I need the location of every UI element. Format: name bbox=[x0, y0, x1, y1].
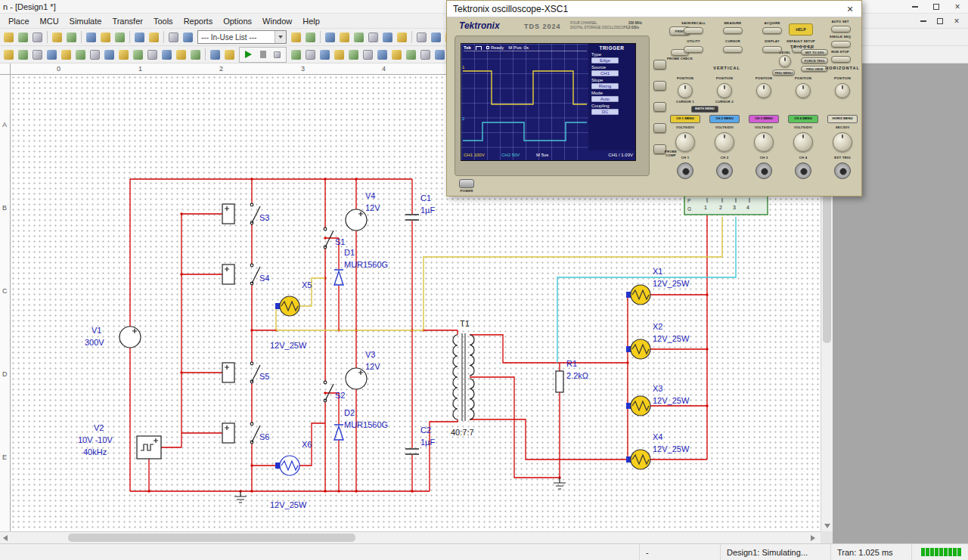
menu-window[interactable]: Window bbox=[257, 15, 297, 27]
grid-icon[interactable] bbox=[323, 30, 337, 45]
bus-icon[interactable] bbox=[222, 48, 237, 62]
force-trig-button[interactable]: FORCE TRIG bbox=[801, 57, 828, 63]
postprocessor-icon[interactable] bbox=[429, 30, 443, 45]
save-recall-button[interactable] bbox=[684, 27, 703, 34]
ch2-bnc-connector[interactable] bbox=[716, 162, 733, 179]
zoom-in-icon[interactable] bbox=[166, 30, 181, 45]
ch3-volts-div-knob[interactable] bbox=[754, 132, 774, 152]
restore-icon[interactable] bbox=[926, 0, 947, 13]
child-restore-icon[interactable] bbox=[932, 15, 948, 26]
horizontal-scrollbar[interactable] bbox=[0, 531, 821, 543]
place-basic-icon[interactable] bbox=[16, 48, 30, 62]
trigger-level-knob[interactable] bbox=[779, 55, 791, 67]
cursor-button[interactable] bbox=[723, 46, 743, 53]
ch4-menu-button[interactable]: CH 4 MENU bbox=[788, 115, 818, 123]
pause-simulation-button[interactable] bbox=[256, 48, 270, 62]
place-misc-icon[interactable] bbox=[160, 48, 174, 62]
iv-analyzer-icon[interactable] bbox=[433, 48, 447, 62]
zoom-full-icon[interactable] bbox=[303, 30, 318, 45]
paste-icon[interactable] bbox=[113, 30, 127, 45]
logic-analyzer-icon[interactable] bbox=[404, 48, 418, 62]
zoom-page-icon[interactable] bbox=[289, 30, 303, 45]
ch3-position-knob[interactable] bbox=[756, 83, 771, 98]
wire-icon[interactable] bbox=[208, 48, 222, 62]
soft-button-3[interactable] bbox=[653, 102, 666, 112]
menu-tools[interactable]: Tools bbox=[148, 15, 178, 27]
ch4-volts-div-knob[interactable] bbox=[793, 132, 813, 152]
print-preview-icon[interactable] bbox=[64, 30, 79, 45]
soft-button-1[interactable] bbox=[653, 60, 666, 70]
frequency-counter-icon[interactable] bbox=[375, 48, 389, 62]
trig-menu-button[interactable]: TRIG MENU bbox=[772, 70, 795, 76]
redo-icon[interactable] bbox=[147, 30, 161, 45]
power-button[interactable] bbox=[459, 179, 474, 188]
single-seq-button[interactable] bbox=[831, 41, 851, 48]
scroll-right-icon[interactable] bbox=[811, 535, 815, 541]
menu-help[interactable]: Help bbox=[297, 15, 325, 27]
place-diode-icon[interactable] bbox=[30, 48, 45, 62]
measure-button[interactable] bbox=[723, 27, 743, 34]
trigger-mode-value[interactable]: Auto bbox=[591, 96, 619, 102]
ch3-menu-button[interactable]: CH 3 MENU bbox=[749, 115, 779, 123]
database-icon[interactable] bbox=[380, 30, 395, 45]
menu-options[interactable]: Options bbox=[218, 15, 257, 27]
new-icon[interactable] bbox=[2, 30, 16, 45]
undo-icon[interactable] bbox=[132, 30, 147, 45]
design-toolbox-icon[interactable] bbox=[352, 30, 366, 45]
ch1-bnc-connector[interactable] bbox=[677, 162, 693, 179]
menu-simulate[interactable]: Simulate bbox=[64, 15, 107, 27]
stop-simulation-button[interactable] bbox=[270, 48, 284, 62]
place-rf-icon[interactable] bbox=[174, 48, 188, 62]
wattmeter-icon[interactable] bbox=[318, 48, 332, 62]
ext-trig-bnc-connector[interactable] bbox=[834, 162, 851, 179]
multimeter-icon[interactable] bbox=[289, 48, 303, 62]
place-ttl-icon[interactable] bbox=[73, 48, 88, 62]
ch2-menu-button[interactable]: CH 2 MENU bbox=[709, 115, 740, 123]
run-simulation-button[interactable] bbox=[241, 48, 256, 62]
component-wizard-icon[interactable] bbox=[395, 30, 409, 45]
zoom-out-icon[interactable] bbox=[181, 30, 195, 45]
ch2-volts-div-knob[interactable] bbox=[715, 132, 734, 152]
trigger-slope-value[interactable]: Rising bbox=[591, 83, 619, 89]
menu-transfer[interactable]: Transfer bbox=[107, 15, 148, 27]
logic-converter-icon[interactable] bbox=[418, 48, 433, 62]
child-minimize-icon[interactable] bbox=[915, 15, 932, 26]
save-icon[interactable] bbox=[30, 30, 45, 45]
oscilloscope-close-icon[interactable]: × bbox=[839, 1, 861, 17]
child-close-icon[interactable]: × bbox=[948, 15, 965, 26]
function-generator-icon[interactable] bbox=[303, 48, 318, 62]
place-transistor-icon[interactable] bbox=[45, 48, 59, 62]
ch1-menu-button[interactable]: CH 1 MENU bbox=[670, 115, 700, 123]
place-electromechanical-icon[interactable] bbox=[188, 48, 203, 62]
math-menu-button[interactable]: MATH MENU bbox=[691, 106, 718, 113]
place-cmos-icon[interactable] bbox=[88, 48, 102, 62]
open-icon[interactable] bbox=[16, 30, 30, 45]
soft-button-4[interactable] bbox=[653, 123, 666, 133]
ch1-volts-div-knob[interactable] bbox=[675, 132, 695, 152]
place-digital-icon[interactable] bbox=[102, 48, 116, 62]
vertical-scroll-thumb[interactable] bbox=[823, 177, 831, 343]
close-icon[interactable]: × bbox=[947, 0, 968, 13]
run-stop-button[interactable] bbox=[831, 56, 851, 63]
place-indicator-icon[interactable] bbox=[131, 48, 145, 62]
sec-div-knob[interactable] bbox=[833, 132, 852, 152]
word-generator-icon[interactable] bbox=[389, 48, 404, 62]
place-source-icon[interactable] bbox=[2, 48, 16, 62]
analyses-icon[interactable] bbox=[414, 30, 429, 45]
cut-icon[interactable] bbox=[84, 30, 98, 45]
place-analog-icon[interactable] bbox=[59, 48, 73, 62]
print-icon[interactable] bbox=[50, 30, 64, 45]
trigger-source-value[interactable]: CH1 bbox=[591, 70, 619, 76]
menu-reports[interactable]: Reports bbox=[178, 15, 219, 27]
bode-plotter-icon[interactable] bbox=[361, 48, 375, 62]
place-mixed-icon[interactable] bbox=[116, 48, 131, 62]
acquire-button[interactable] bbox=[762, 27, 782, 34]
help-button[interactable]: HELP bbox=[789, 23, 813, 36]
ch1-position-knob[interactable] bbox=[678, 83, 693, 98]
horizontal-scroll-thumb[interactable] bbox=[68, 534, 355, 542]
oscilloscope-icon[interactable] bbox=[332, 48, 346, 62]
in-use-list-combo[interactable]: --- In-Use List --- bbox=[197, 30, 287, 44]
utility-button[interactable] bbox=[684, 46, 703, 53]
scroll-left-icon[interactable] bbox=[3, 535, 8, 541]
autoset-button[interactable] bbox=[831, 26, 851, 32]
